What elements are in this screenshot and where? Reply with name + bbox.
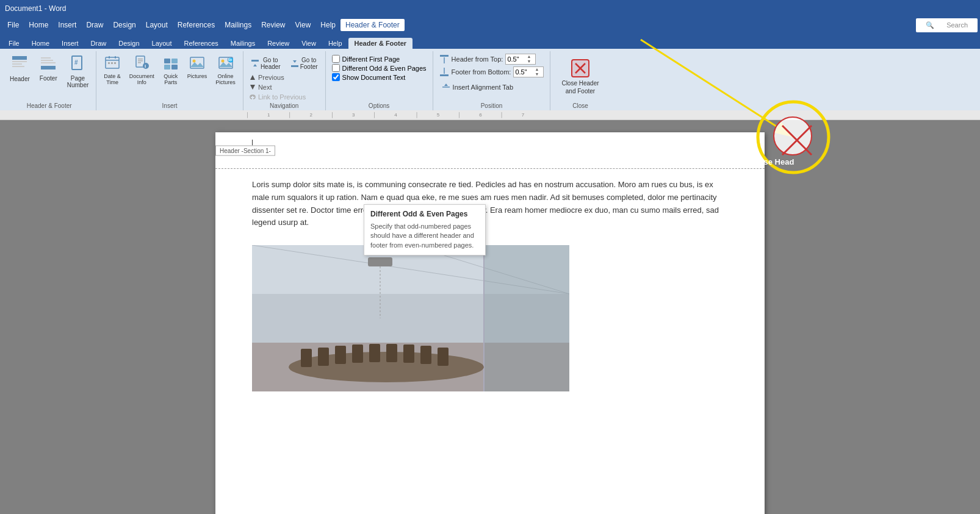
- conference-image-inner: Trainer'sChair: [252, 245, 569, 391]
- online-pictures-button[interactable]: 🌐 OnlinePictures: [212, 52, 239, 88]
- pictures-button[interactable]: Pictures: [184, 52, 211, 82]
- different-odd-even-label[interactable]: Different Odd & Even Pages: [332, 64, 427, 72]
- menu-design[interactable]: Design: [108, 19, 140, 31]
- footer-from-bottom-icon: [439, 67, 449, 77]
- menu-layout[interactable]: Layout: [141, 19, 173, 31]
- show-document-text-label[interactable]: Show Document Text: [332, 73, 427, 81]
- menu-references[interactable]: References: [173, 19, 220, 31]
- tab-file[interactable]: File: [2, 38, 26, 49]
- previous-button[interactable]: Previous: [247, 73, 322, 82]
- tab-review[interactable]: Review: [261, 38, 295, 49]
- alignment-tab-icon: [442, 83, 450, 91]
- tab-mailings[interactable]: Mailings: [225, 38, 261, 49]
- menu-view[interactable]: View: [290, 19, 316, 31]
- svg-rect-1: [12, 61, 27, 62]
- document-info-button[interactable]: i DocumentInfo: [126, 52, 158, 88]
- document-info-label: DocumentInfo: [129, 73, 154, 85]
- svg-rect-43: [442, 87, 450, 88]
- svg-rect-64: [420, 346, 431, 364]
- tab-home[interactable]: Home: [26, 38, 56, 49]
- tab-layout[interactable]: Layout: [146, 38, 178, 49]
- svg-rect-54: [484, 245, 569, 391]
- ribbon-group-header-footer: Header Footer # PageNumber Header & Foot…: [2, 51, 96, 110]
- menu-header-footer[interactable]: Header & Footer: [340, 19, 405, 31]
- tab-insert[interactable]: Insert: [56, 38, 85, 49]
- header-from-top-input-container: ▲ ▼: [505, 54, 536, 65]
- tab-view[interactable]: View: [295, 38, 322, 49]
- svg-marker-38: [250, 85, 255, 90]
- next-label: Next: [258, 84, 272, 91]
- menu-review[interactable]: Review: [256, 19, 290, 31]
- menu-home[interactable]: Home: [24, 19, 53, 31]
- close-header-footer-button[interactable]: Close Headerand Footer: [554, 56, 606, 98]
- svg-rect-71: [774, 120, 812, 155]
- header-top-down-button[interactable]: ▼: [527, 59, 531, 64]
- svg-rect-35: [291, 65, 298, 67]
- svg-rect-58: [318, 348, 329, 366]
- svg-rect-57: [301, 349, 312, 367]
- show-document-text-checkbox[interactable]: [332, 73, 340, 81]
- header-button[interactable]: Header: [6, 52, 34, 85]
- ribbon-group-label-position: Position: [437, 101, 547, 110]
- tab-help[interactable]: Help: [322, 38, 348, 49]
- ribbon-tabs: File Home Insert Draw Design Layout Refe…: [0, 33, 980, 49]
- svg-rect-11: [109, 56, 110, 59]
- svg-rect-13: [106, 60, 119, 61]
- tab-design[interactable]: Design: [112, 38, 145, 49]
- svg-rect-5: [41, 60, 53, 61]
- previous-icon: [250, 74, 256, 80]
- menu-draw[interactable]: Draw: [81, 19, 108, 31]
- footer-from-bottom-input[interactable]: [515, 68, 535, 76]
- different-odd-even-text: Different Odd & Even Pages: [342, 65, 427, 72]
- next-button[interactable]: Next: [247, 83, 322, 91]
- footer-bottom-down-button[interactable]: ▼: [535, 72, 539, 77]
- goto-header-label: Go toHeader: [261, 57, 281, 70]
- svg-rect-25: [164, 65, 170, 70]
- date-time-button[interactable]: Date &Time: [100, 52, 124, 88]
- footer-button[interactable]: Footer: [36, 52, 61, 84]
- goto-header-icon: [251, 59, 259, 68]
- ribbon-group-navigation: Go toHeader Go toFooter Previous Next: [243, 51, 326, 110]
- header-top-up-button[interactable]: ▲: [527, 54, 531, 59]
- goto-header-button[interactable]: Go toHeader: [247, 55, 284, 72]
- insert-alignment-tab-button[interactable]: Insert Alignment Tab: [439, 82, 544, 93]
- tab-header-footer[interactable]: Header & Footer: [348, 38, 413, 49]
- svg-rect-7: [41, 66, 56, 70]
- close-header-footer-label: Close Headerand Footer: [561, 79, 599, 95]
- link-to-previous-label: Link to Previous: [258, 93, 306, 101]
- menu-file[interactable]: File: [2, 19, 24, 31]
- header-from-top-input[interactable]: [507, 55, 527, 63]
- search-input-label[interactable]: Search: [942, 20, 973, 30]
- page-number-button[interactable]: # PageNumber: [63, 52, 93, 91]
- link-to-previous-button[interactable]: Link to Previous: [247, 93, 322, 101]
- menu-help[interactable]: Help: [315, 19, 340, 31]
- svg-rect-62: [386, 344, 397, 362]
- header-icon: [11, 55, 28, 74]
- svg-rect-16: [114, 62, 116, 64]
- svg-rect-60: [352, 344, 363, 363]
- footer-bottom-up-button[interactable]: ▲: [535, 67, 539, 72]
- svg-text:🌐: 🌐: [228, 57, 234, 63]
- different-first-page-checkbox[interactable]: [332, 55, 340, 63]
- tab-draw[interactable]: Draw: [85, 38, 113, 49]
- menu-bar: File Home Insert Draw Design Layout Refe…: [0, 17, 980, 33]
- ribbon-group-label-options: Options: [330, 101, 429, 110]
- menu-insert[interactable]: Insert: [53, 19, 81, 31]
- next-icon: [250, 84, 256, 90]
- different-first-page-text: Different First Page: [342, 55, 400, 63]
- menu-mailings[interactable]: Mailings: [220, 19, 256, 31]
- svg-rect-12: [115, 56, 116, 59]
- svg-rect-59: [335, 346, 346, 364]
- insert-alignment-tab-label: Insert Alignment Tab: [453, 84, 513, 91]
- different-odd-even-checkbox[interactable]: [332, 64, 340, 72]
- svg-marker-34: [253, 64, 257, 66]
- quick-parts-button[interactable]: QuickParts: [159, 52, 182, 88]
- svg-rect-15: [111, 62, 113, 64]
- tab-references[interactable]: References: [178, 38, 225, 49]
- goto-footer-button[interactable]: Go toFooter: [287, 55, 322, 72]
- link-icon: [250, 94, 256, 100]
- page-number-label: PageNumber: [67, 75, 89, 88]
- different-first-page-label[interactable]: Different First Page: [332, 55, 427, 63]
- svg-rect-26: [171, 65, 178, 70]
- header-zone[interactable]: Header -Section 1-: [215, 132, 765, 169]
